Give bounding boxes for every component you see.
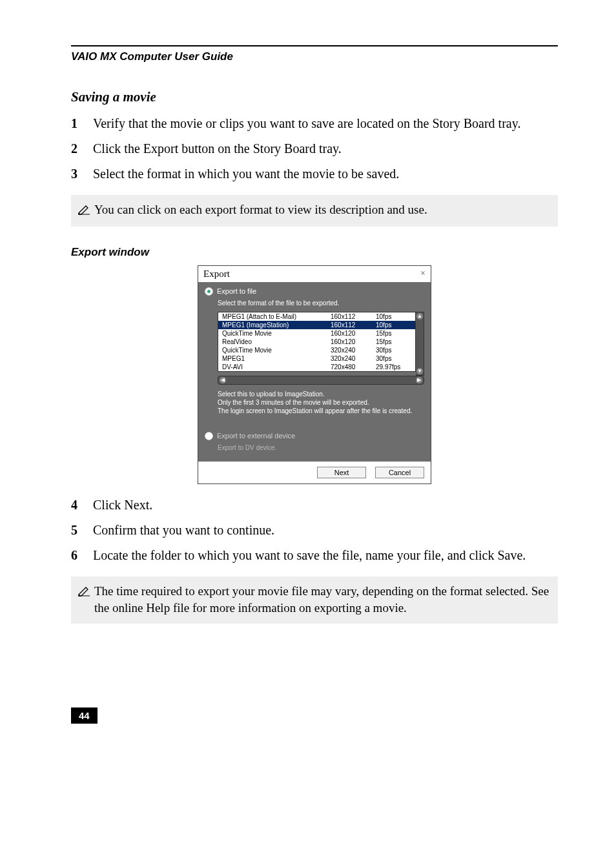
section-title: Saving a movie: [71, 89, 558, 105]
steps-list-a: 1 Verify that the movie or clips you wan…: [71, 114, 558, 183]
step-number: 4: [71, 496, 93, 514]
figure-caption: Export window: [71, 246, 558, 259]
step-item: 5 Confirm that you want to continue.: [71, 521, 558, 540]
step-number: 5: [71, 521, 93, 540]
step-item: 6 Locate the folder to which you want to…: [71, 546, 558, 565]
export-to-file-option[interactable]: Export to file: [205, 287, 424, 296]
cancel-button[interactable]: Cancel: [375, 467, 424, 478]
radio-selected-icon: [205, 287, 213, 296]
note-box: The time required to export your movie f…: [71, 576, 558, 624]
dialog-footer: Next Cancel: [198, 462, 431, 483]
step-text: Confirm that you want to continue.: [93, 521, 274, 540]
format-row-selected[interactable]: MPEG1 (ImageStation) 160x112 10fps: [218, 321, 415, 329]
step-text: Locate the folder to which you want to s…: [93, 546, 526, 565]
export-to-device-option[interactable]: Export to external device: [205, 432, 424, 440]
note-icon: [77, 203, 90, 220]
next-button[interactable]: Next: [317, 467, 366, 478]
step-item: 1 Verify that the movie or clips you wan…: [71, 114, 558, 133]
close-icon[interactable]: ×: [420, 269, 426, 279]
format-row[interactable]: QuickTime Movie 160x120 15fps: [218, 329, 415, 338]
radio-unselected-icon: [205, 432, 213, 440]
step-text: Click Next.: [93, 496, 152, 514]
note-text: You can click on each export format to v…: [94, 201, 550, 219]
scroll-left-icon[interactable]: ◀: [220, 377, 226, 383]
step-item: 3 Select the format in which you want th…: [71, 165, 558, 183]
note-text: The time required to export your movie f…: [94, 583, 550, 617]
device-sub-label: Export to DV device.: [218, 444, 424, 451]
steps-list-b: 4 Click Next. 5 Confirm that you want to…: [71, 496, 558, 565]
dialog-titlebar: Export ×: [198, 266, 431, 282]
step-number: 3: [71, 165, 93, 183]
format-row[interactable]: QuickTime Movie 320x240 30fps: [218, 346, 415, 354]
dialog-title: Export: [203, 269, 230, 280]
running-header: VAIO MX Computer User Guide: [71, 50, 558, 63]
format-description: Select this to upload to ImageStation. O…: [218, 390, 424, 415]
format-row[interactable]: RealVideo 160x120 15fps: [218, 338, 415, 346]
step-item: 4 Click Next.: [71, 496, 558, 514]
format-row[interactable]: MPEG1 (Attach to E-Mail) 160x112 10fps: [218, 312, 415, 321]
step-item: 2 Click the Export button on the Story B…: [71, 139, 558, 158]
note-icon: [77, 584, 90, 602]
step-number: 1: [71, 114, 93, 133]
vertical-scrollbar[interactable]: ▲ ▼: [416, 312, 424, 376]
step-text: Select the format in which you want the …: [93, 165, 399, 183]
option-label: Export to external device: [217, 432, 295, 440]
format-list[interactable]: MPEG1 (Attach to E-Mail) 160x112 10fps M…: [218, 312, 416, 372]
page-number: 44: [71, 707, 98, 724]
export-dialog: Export × Export to file Select the forma…: [198, 265, 431, 484]
step-number: 2: [71, 139, 93, 158]
option-label: Export to file: [217, 287, 256, 295]
step-text: Click the Export button on the Story Boa…: [93, 139, 342, 158]
step-number: 6: [71, 546, 93, 565]
note-box: You can click on each export format to v…: [71, 195, 558, 227]
scroll-down-icon[interactable]: ▼: [416, 368, 423, 374]
format-row[interactable]: DV-AVI 720x480 29.97fps: [218, 363, 415, 371]
format-row[interactable]: MPEG1 320x240 30fps: [218, 354, 415, 363]
horizontal-scrollbar[interactable]: ◀ ▶: [218, 376, 424, 385]
scroll-right-icon[interactable]: ▶: [416, 377, 422, 383]
step-text: Verify that the movie or clips you want …: [93, 114, 520, 133]
scroll-up-icon[interactable]: ▲: [416, 313, 423, 320]
horizontal-rule: [71, 45, 558, 46]
format-prompt: Select the format of the file to be expo…: [218, 300, 424, 307]
